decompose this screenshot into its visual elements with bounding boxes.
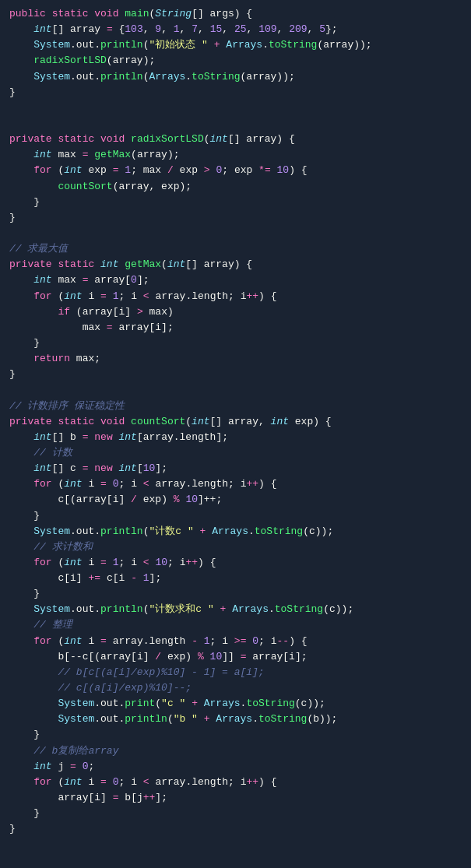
- code-line-40: // 整理: [0, 617, 471, 633]
- code-line-43: // b[c[(a[i]/exp)%10] - 1] = a[i];: [0, 665, 471, 680]
- code-editor: public static void main(String[] args) {…: [0, 0, 471, 843]
- code-line-33: }: [0, 508, 471, 524]
- code-line-45: System.out.print("c " + Arrays.toString(…: [0, 696, 471, 712]
- code-line-44: // c[(a[i]/exp)%10]--;: [0, 680, 471, 696]
- code-line-5: System.out.println(Arrays.toString(array…: [0, 69, 471, 85]
- code-line-21: max = array[i];: [0, 320, 471, 336]
- code-line-13: }: [0, 195, 471, 210]
- code-line-14: }: [0, 210, 471, 226]
- code-line-blank1: [0, 100, 471, 116]
- code-line-10: int max = getMax(array);: [0, 147, 471, 163]
- code-line-42: b[--c[(array[i] / exp) % 10]] = array[i]…: [0, 649, 471, 665]
- code-line-6: }: [0, 85, 471, 100]
- code-line-41: for (int i = array.length - 1; i >= 0; i…: [0, 634, 471, 649]
- code-line-50: for (int i = 0; i < array.length; i++) {: [0, 775, 471, 790]
- code-line-20: if (array[i] > max): [0, 304, 471, 320]
- code-line-53: }: [0, 821, 471, 837]
- code-line-blank4: [0, 382, 471, 398]
- code-line-31: for (int i = 0; i < array.length; i++) {: [0, 476, 471, 492]
- code-line-3: System.out.println("初始状态 " + Arrays.toSt…: [0, 37, 471, 53]
- code-line-47: }: [0, 727, 471, 743]
- code-line-11: for (int exp = 1; max / exp > 0; exp *= …: [0, 163, 471, 178]
- code-line-18: int max = array[0];: [0, 272, 471, 288]
- code-line-17: private static int getMax(int[] array) {: [0, 257, 471, 272]
- code-line-35: // 求计数和: [0, 539, 471, 555]
- code-line-39: System.out.println("计数求和c " + Arrays.toS…: [0, 602, 471, 617]
- code-line-12: countSort(array, exp);: [0, 179, 471, 195]
- code-line-26: // 计数排序 保证稳定性: [0, 399, 471, 414]
- code-line-24: }: [0, 367, 471, 382]
- code-line-4: radixSortLSD(array);: [0, 53, 471, 69]
- code-line-32: c[(array[i] / exp) % 10]++;: [0, 492, 471, 508]
- code-line-48: // b复制给array: [0, 743, 471, 759]
- code-line-9: private static void radixSortLSD(int[] a…: [0, 132, 471, 147]
- code-line-51: array[i] = b[j++];: [0, 790, 471, 806]
- code-line-36: for (int i = 1; i < 10; i++) {: [0, 555, 471, 571]
- code-line-37: c[i] += c[i - 1];: [0, 571, 471, 586]
- code-line-46: System.out.println("b " + Arrays.toStrin…: [0, 712, 471, 727]
- code-line-16: // 求最大值: [0, 241, 471, 257]
- code-line-38: }: [0, 586, 471, 602]
- code-line-30: int[] c = new int[10];: [0, 461, 471, 476]
- code-line-52: }: [0, 806, 471, 821]
- code-line-28: int[] b = new int[array.length];: [0, 430, 471, 445]
- code-line-23: return max;: [0, 351, 471, 367]
- code-line-blank3: [0, 226, 471, 241]
- code-line-27: private static void countSort(int[] arra…: [0, 414, 471, 430]
- code-line-blank2: [0, 116, 471, 132]
- code-line-34: System.out.println("计数c " + Arrays.toStr…: [0, 524, 471, 539]
- code-line-1: public static void main(String[] args) {: [0, 6, 471, 22]
- code-line-22: }: [0, 336, 471, 351]
- code-line-19: for (int i = 1; i < array.length; i++) {: [0, 289, 471, 304]
- code-line-29: // 计数: [0, 445, 471, 461]
- code-line-2: int[] array = {103, 9, 1, 7, 15, 25, 109…: [0, 22, 471, 37]
- code-line-49: int j = 0;: [0, 759, 471, 775]
